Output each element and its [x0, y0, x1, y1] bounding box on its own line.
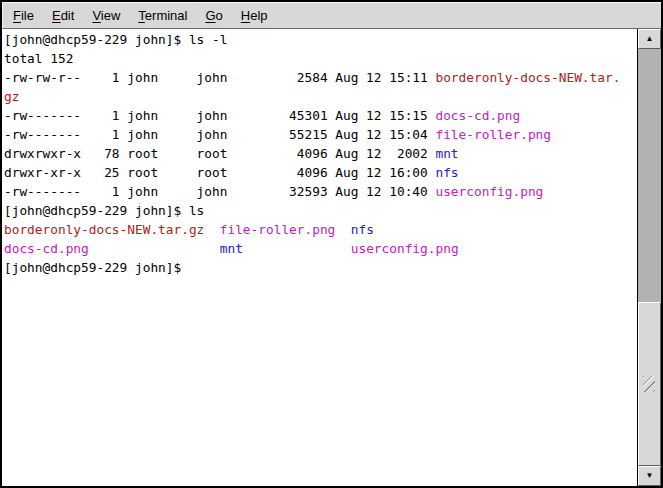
filename-blue: mnt — [220, 241, 243, 256]
filename-magenta: userconfig.png — [435, 184, 543, 199]
terminal-text — [335, 222, 350, 237]
filename-red: borderonly-docs-NEW.tar.gz — [4, 222, 204, 237]
filename-red: gz — [4, 89, 19, 104]
scroll-down-button[interactable]: ▼ — [638, 466, 661, 486]
terminal-text: [john@dhcp59-229 john]$ ls — [4, 203, 204, 218]
scroll-down-icon: ▼ — [646, 472, 654, 480]
filename-magenta: userconfig.png — [351, 241, 459, 256]
scrollbar[interactable]: ▲ ▼ — [637, 29, 661, 486]
terminal-text: drwxrwxr-x 78 root root 4096 Aug 12 2002 — [4, 146, 435, 161]
terminal-text — [243, 241, 351, 256]
menu-item-help[interactable]: Help — [232, 5, 277, 27]
scrollbar-thumb[interactable] — [638, 302, 661, 466]
terminal-line: drwxr-xr-x 25 root root 4096 Aug 12 16:0… — [4, 163, 637, 182]
menu-item-terminal[interactable]: Terminal — [129, 5, 196, 27]
terminal-text: drwxr-xr-x 25 root root 4096 Aug 12 16:0… — [4, 165, 435, 180]
filename-magenta: docs-cd.png — [435, 108, 520, 123]
terminal-text: -rw------- 1 john john 55215 Aug 12 15:0… — [4, 127, 435, 142]
terminal-line: -rw------- 1 john john 32593 Aug 12 10:4… — [4, 182, 637, 201]
terminal-text — [89, 241, 220, 256]
terminal-line: total 152 — [4, 49, 637, 68]
filename-magenta: file-roller.png — [220, 222, 336, 237]
terminal-line: [john@dhcp59-229 john]$ ls — [4, 201, 637, 220]
menu-item-file[interactable]: File — [4, 5, 43, 27]
terminal-line: docs-cd.png mnt userconfig.png — [4, 239, 637, 258]
filename-blue: mnt — [435, 146, 458, 161]
terminal-line: -rw-rw-r-- 1 john john 2584 Aug 12 15:11… — [4, 68, 637, 87]
menu-item-edit[interactable]: Edit — [43, 5, 83, 27]
main-area: [john@dhcp59-229 john]$ ls -ltotal 152-r… — [2, 29, 661, 486]
terminal-text — [204, 222, 219, 237]
menu-item-go[interactable]: Go — [196, 5, 231, 27]
terminal-text: -rw------- 1 john john 45301 Aug 12 15:1… — [4, 108, 435, 123]
filename-red: borderonly-docs-NEW.tar. — [435, 70, 620, 85]
terminal-line: [john@dhcp59-229 john]$ ls -l — [4, 30, 637, 49]
scroll-up-button[interactable]: ▲ — [638, 29, 661, 49]
terminal-line: -rw------- 1 john john 45301 Aug 12 15:1… — [4, 106, 637, 125]
terminal-line: gz — [4, 87, 637, 106]
terminal-text: [john@dhcp59-229 john]$ ls -l — [4, 32, 227, 47]
terminal-screen[interactable]: [john@dhcp59-229 john]$ ls -ltotal 152-r… — [2, 29, 637, 486]
terminal-text: total 152 — [4, 51, 73, 66]
terminal-line: [john@dhcp59-229 john]$ — [4, 258, 637, 277]
filename-magenta: docs-cd.png — [4, 241, 89, 256]
terminal-line: -rw------- 1 john john 55215 Aug 12 15:0… — [4, 125, 637, 144]
menu-item-view[interactable]: View — [83, 5, 129, 27]
scroll-up-icon: ▲ — [646, 35, 654, 43]
terminal-line: borderonly-docs-NEW.tar.gz file-roller.p… — [4, 220, 637, 239]
filename-blue: nfs — [435, 165, 458, 180]
filename-magenta: file-roller.png — [435, 127, 551, 142]
filename-blue: nfs — [351, 222, 374, 237]
menu-bar: FileEditViewTerminalGoHelp — [2, 2, 661, 29]
terminal-line: drwxrwxr-x 78 root root 4096 Aug 12 2002… — [4, 144, 637, 163]
terminal-text: -rw------- 1 john john 32593 Aug 12 10:4… — [4, 184, 435, 199]
terminal-text: [john@dhcp59-229 john]$ — [4, 260, 189, 275]
terminal-window: FileEditViewTerminalGoHelp [john@dhcp59-… — [0, 0, 663, 488]
terminal-text: -rw-rw-r-- 1 john john 2584 Aug 12 15:11 — [4, 70, 435, 85]
